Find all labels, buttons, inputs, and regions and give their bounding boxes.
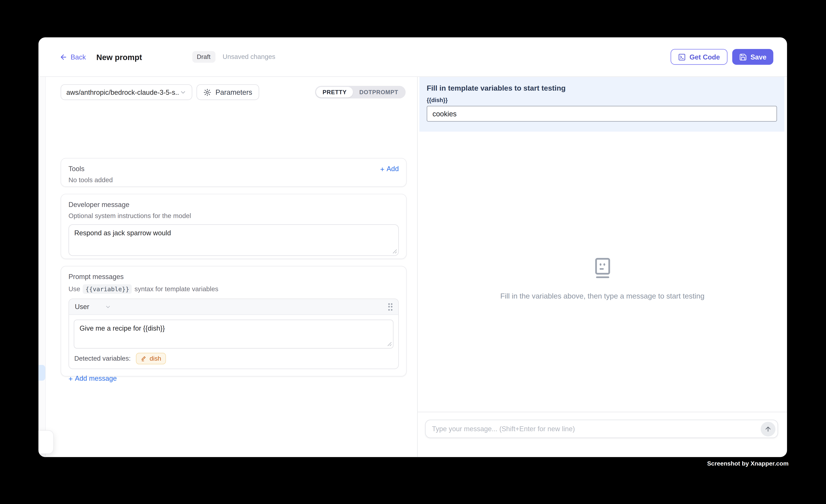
view-mode-toggle: PRETTY DOTPROMPT <box>315 86 406 98</box>
save-button[interactable]: Save <box>732 49 773 65</box>
tools-card: Tools + Add No tools added <box>61 158 407 187</box>
prompt-editor-panel: aws/anthropic/bedrock-claude-3-5-s... Pa… <box>39 77 417 457</box>
tools-header-row: Tools + Add <box>68 165 399 173</box>
get-code-button[interactable]: Get Code <box>670 49 727 65</box>
chat-message-input[interactable] <box>432 425 761 433</box>
variable-syntax-hint: Use {{variable}} syntax for template var… <box>68 284 399 294</box>
message-body: Give me a recipe for {{dish}} Detected v… <box>69 315 398 369</box>
message-textarea[interactable]: Give me a recipe for {{dish}} <box>74 320 394 349</box>
template-variables-box: Fill in template variables to start test… <box>419 77 784 132</box>
hint-suffix: syntax for template variables <box>134 286 218 293</box>
role-select-value: User <box>75 303 89 311</box>
variable-badge-name: dish <box>150 355 161 362</box>
plus-icon: + <box>380 165 385 173</box>
arrow-up-icon <box>764 425 772 433</box>
variable-key-label: {{dish}} <box>427 97 777 103</box>
chevron-down-icon <box>180 89 186 96</box>
developer-message-card: Developer message Optional system instru… <box>61 194 407 259</box>
watermark-credit: Screenshot by Xnapper.com <box>707 460 789 467</box>
test-panel: Fill in template variables to start test… <box>417 77 787 457</box>
chat-empty-state: Fill in the variables above, then type a… <box>418 256 787 300</box>
unsaved-changes-text: Unsaved changes <box>223 53 276 60</box>
send-message-button[interactable] <box>761 422 775 436</box>
developer-message-subtitle: Optional system instructions for the mod… <box>68 212 399 219</box>
toggle-pretty[interactable]: PRETTY <box>316 87 353 98</box>
terminal-icon <box>678 53 686 61</box>
developer-message-textarea[interactable]: Respond as jack sparrow would <box>68 224 399 256</box>
message-textarea-wrap: Give me a recipe for {{dish}} <box>74 320 394 349</box>
get-code-label: Get Code <box>690 53 720 61</box>
sidebar-active-indicator[interactable] <box>39 365 45 381</box>
chat-divider <box>418 412 787 412</box>
collapsed-sidebar <box>39 77 46 457</box>
role-select[interactable]: User <box>75 303 111 311</box>
model-toolbar: aws/anthropic/bedrock-claude-3-5-s... Pa… <box>61 84 406 100</box>
variables-heading: Fill in template variables to start test… <box>427 84 777 92</box>
hint-prefix: Use <box>68 286 80 293</box>
top-bar-inner: Back New prompt Draft Unsaved changes Ge… <box>60 49 773 65</box>
status-badge: Draft <box>192 51 215 63</box>
chevron-down-icon <box>105 304 112 310</box>
detected-variables-row: Detected variables: dish <box>74 353 394 364</box>
screenshot-stage: Back New prompt Draft Unsaved changes Ge… <box>0 0 826 504</box>
variable-badge-dish[interactable]: dish <box>136 353 166 364</box>
tools-empty-text: No tools added <box>68 176 399 184</box>
add-message-button[interactable]: + Add message <box>68 374 399 382</box>
model-select-value: aws/anthropic/bedrock-claude-3-5-s... <box>66 88 180 96</box>
developer-textarea-wrap: Respond as jack sparrow would <box>68 224 399 256</box>
message-header: User <box>69 299 398 315</box>
save-label: Save <box>751 53 766 61</box>
variable-value-input[interactable] <box>427 106 777 122</box>
pencil-icon <box>140 356 147 362</box>
back-button[interactable]: Back <box>60 53 86 61</box>
drag-handle-icon[interactable] <box>388 303 393 310</box>
add-tool-label: Add <box>387 165 399 173</box>
save-icon <box>739 53 747 61</box>
message-block: User Give me a recipe for {{dish}} <box>68 299 399 369</box>
parameters-label: Parameters <box>216 88 252 96</box>
developer-message-title: Developer message <box>68 201 399 208</box>
top-bar: Back New prompt Draft Unsaved changes Ge… <box>39 37 787 77</box>
arrow-left-icon <box>60 53 67 61</box>
robot-face-icon <box>592 256 613 279</box>
gear-icon <box>203 88 211 96</box>
empty-state-text: Fill in the variables above, then type a… <box>500 292 704 300</box>
prompt-messages-card: Prompt messages Use {{variable}} syntax … <box>61 266 407 376</box>
back-label: Back <box>71 53 86 61</box>
variable-chip: {{variable}} <box>83 284 132 294</box>
model-select[interactable]: aws/anthropic/bedrock-claude-3-5-s... <box>61 84 192 100</box>
parameters-button[interactable]: Parameters <box>196 84 259 100</box>
tools-title: Tools <box>68 165 84 173</box>
toggle-dotprompt[interactable]: DOTPROMPT <box>353 87 405 98</box>
prompt-messages-title: Prompt messages <box>68 273 399 281</box>
plus-icon: + <box>68 375 73 382</box>
detected-variables-label: Detected variables: <box>74 355 131 362</box>
chat-input-bar <box>425 420 778 438</box>
page-title: New prompt <box>96 52 142 61</box>
add-tool-button[interactable]: + Add <box>380 165 399 173</box>
add-message-label: Add message <box>75 374 117 382</box>
sidebar-popover-card <box>39 430 54 454</box>
app-window: Back New prompt Draft Unsaved changes Ge… <box>39 37 787 457</box>
